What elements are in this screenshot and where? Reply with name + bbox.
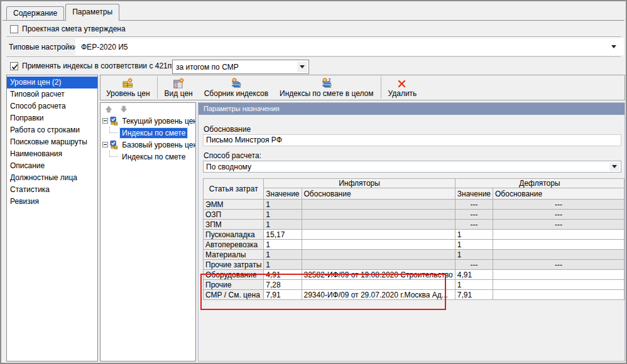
toolbar-button-price-level[interactable]: Уровень цен: [101, 75, 156, 100]
cost-table-body: ЭММ1------ОЗП1------ЗПМ1------Пусконалад…: [204, 200, 624, 300]
sidebar-item[interactable]: Работа со строками: [7, 124, 97, 136]
row-item-cell: Пусконаладка: [204, 230, 264, 240]
col-group-inflators: Инфляторы: [264, 179, 455, 188]
row-value-cell: ---: [455, 220, 493, 230]
row-value-cell[interactable]: 29340-ИФ/09 от 29.07.2020 г.Москва Ад...: [302, 290, 455, 300]
move-down-icon[interactable]: [119, 105, 128, 114]
table-row: ЭММ1------: [204, 200, 624, 210]
row-value-cell[interactable]: [493, 240, 624, 250]
tree-node[interactable]: Текущий уровень цен: [101, 115, 195, 127]
combo-button[interactable]: [297, 62, 307, 72]
price-level-node-icon: [109, 140, 118, 150]
sidebar-item[interactable]: Поправки: [7, 112, 97, 124]
index-book-icon: [230, 78, 243, 89]
row-item-cell: ЗПМ: [204, 220, 264, 230]
row-item-cell: ЭММ: [204, 200, 264, 210]
justification-label: Обоснование: [204, 125, 251, 134]
typical-settings-combo[interactable]: ФЕР-2020 И5: [75, 38, 624, 55]
row-value-cell[interactable]: 1: [455, 280, 493, 290]
row-value-cell[interactable]: [493, 270, 624, 280]
row-value-cell[interactable]: 7,91: [264, 290, 302, 300]
sidebar-item[interactable]: Ревизия: [7, 196, 97, 208]
table-row: Материалы11: [204, 250, 624, 260]
chevron-down-icon[interactable]: [611, 45, 616, 48]
col-header-defl-value: Значение: [455, 188, 493, 200]
collapse-icon[interactable]: [102, 118, 108, 124]
tree-node-label[interactable]: Базовый уровень цен: [120, 140, 195, 150]
row-value-cell[interactable]: [302, 240, 455, 250]
row-value-cell[interactable]: 7,28: [264, 280, 302, 290]
row-value-cell: ---: [455, 200, 493, 210]
justification-input[interactable]: Письмо Минстроя РФ: [203, 134, 621, 146]
tree-node-label[interactable]: Текущий уровень цен: [120, 116, 195, 126]
toolbar-button-label: Вид цен: [165, 90, 193, 98]
table-row: СМР / См. цена7,9129340-ИФ/09 от 29.07.2…: [204, 290, 624, 300]
tree-node[interactable]: Базовый уровень цен: [101, 139, 195, 151]
row-value-cell[interactable]: 1: [264, 240, 302, 250]
sidebar-item[interactable]: Типовой расчет: [7, 88, 97, 100]
delete-icon: [396, 78, 408, 89]
toolbar-button-delete[interactable]: Удалить: [383, 75, 423, 100]
approved-checkbox-label: Проектная смета утверждена: [22, 24, 126, 33]
row-item-cell: Оборудование: [204, 270, 264, 280]
row-value-cell: [302, 220, 455, 230]
row-value-cell[interactable]: [493, 280, 624, 290]
row-value-cell[interactable]: 1: [455, 240, 493, 250]
row-value-cell[interactable]: 4,91: [455, 270, 493, 280]
table-row: ЗПМ1------: [204, 220, 624, 230]
typical-settings-label: Типовые настройки:: [9, 43, 79, 51]
move-up-icon[interactable]: [104, 105, 113, 114]
sidebar-item[interactable]: Способ расчета: [7, 100, 97, 112]
toolbar-button-label: Индексы по смете в целом: [280, 90, 373, 98]
combo-button[interactable]: [609, 163, 619, 171]
sidebar-item[interactable]: Поисковые маршруты: [7, 136, 97, 148]
toolbar-button-index-book[interactable]: Сборник индексов: [199, 75, 274, 100]
approved-checkbox[interactable]: [10, 25, 18, 33]
tab-parameters[interactable]: Параметры: [65, 4, 119, 21]
table-row: Прочие затраты1------: [204, 260, 624, 270]
collapse-icon[interactable]: [102, 142, 108, 147]
tree-child[interactable]: Индексы по смете: [101, 127, 195, 139]
sidebar-item[interactable]: Наименования: [7, 148, 97, 160]
row-value-cell[interactable]: 7,91: [455, 290, 493, 300]
approved-checkbox-row: Проектная смета утверждена: [10, 24, 126, 33]
toolbar-button-index-total[interactable]: Σ Индексы по смете в целом: [274, 75, 379, 100]
tree-child[interactable]: Индексы по смете: [101, 151, 195, 163]
row-value-cell[interactable]: 1: [455, 230, 493, 240]
sidebar-item[interactable]: Статистика: [7, 184, 97, 196]
row-value-cell: [302, 260, 455, 270]
panel-header: Параметры назначения: [199, 103, 624, 115]
table-row: Автоперевозка11: [204, 240, 624, 250]
row-value-cell: ---: [455, 260, 493, 270]
price-level-node-icon: [109, 116, 118, 126]
toolbar-button-price-view[interactable]: Вид цен: [159, 75, 199, 100]
sidebar-item[interactable]: Описание: [7, 160, 97, 172]
calc-method-combo[interactable]: По сводному: [203, 161, 621, 173]
row-item-cell: СМР / См. цена: [204, 290, 264, 300]
row-value-cell: [493, 250, 624, 260]
row-value-cell: ---: [493, 260, 624, 270]
sidebar-item[interactable]: Должностные лица: [7, 172, 97, 184]
apply-indexes-label: Применять индексы в соответствии с 421пр: [22, 62, 176, 70]
row-value-cell[interactable]: [302, 230, 455, 240]
tree-child-label[interactable]: Индексы по смете: [120, 152, 187, 162]
row-value-cell[interactable]: [302, 280, 455, 290]
index-total-icon: Σ: [320, 78, 334, 89]
apply-indexes-row: Применять индексы в соответствии с 421пр: [10, 62, 176, 70]
toolbar-button-label: Сборник индексов: [204, 90, 268, 98]
apply-indexes-checkbox[interactable]: [10, 62, 18, 70]
row-value-cell[interactable]: [493, 290, 624, 300]
tree-child-label-selected[interactable]: Индексы по смете: [120, 128, 187, 138]
row-value-cell[interactable]: [493, 230, 624, 240]
apply-mode-combo[interactable]: за итогом по СМР: [172, 60, 309, 74]
sidebar-item[interactable]: Уровни цен (2): [7, 77, 97, 88]
row-value-cell: ---: [455, 210, 493, 220]
table-row: Оборудование4,9132582-ИФ/09 от 19.08.202…: [204, 270, 624, 280]
tab-contents[interactable]: Содержание: [6, 6, 64, 20]
sidebar-list: Уровни цен (2)Типовой расчетСпособ расче…: [6, 75, 98, 361]
row-value-cell[interactable]: 15,17: [264, 230, 302, 240]
row-value-cell: 1: [455, 250, 493, 260]
row-value-cell[interactable]: 32582-ИФ/09 от 19.08.2020 Строительство: [302, 270, 455, 280]
row-value-cell[interactable]: 4,91: [264, 270, 302, 280]
separator: [6, 56, 621, 58]
